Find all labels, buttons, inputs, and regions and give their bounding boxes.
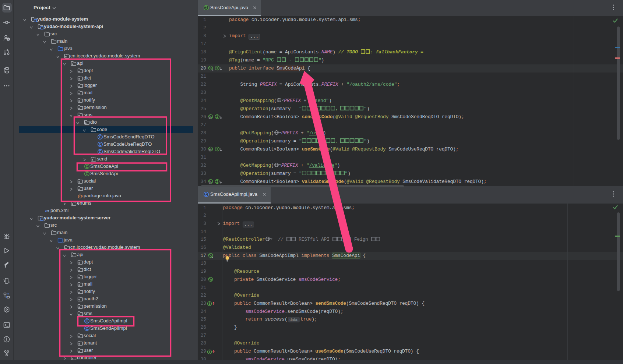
svg-text:C: C bbox=[99, 142, 101, 146]
svg-text:C: C bbox=[99, 150, 101, 154]
svg-text:m: m bbox=[45, 208, 49, 213]
svg-text:?: ? bbox=[7, 38, 9, 41]
svg-text:C: C bbox=[85, 326, 88, 331]
svg-text:C: C bbox=[99, 135, 101, 139]
svg-text:C: C bbox=[205, 192, 207, 197]
svg-text:C: C bbox=[85, 319, 88, 323]
